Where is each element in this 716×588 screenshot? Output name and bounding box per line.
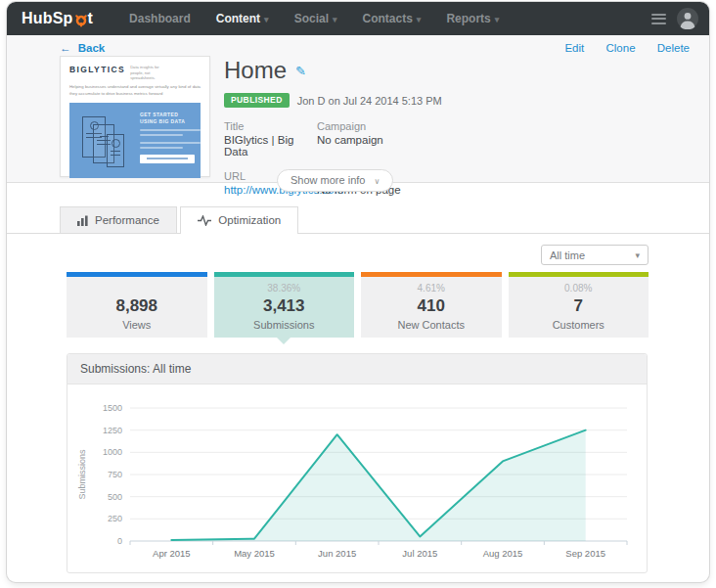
thumbnail-description: Helping businesses understand and averag… (69, 84, 201, 98)
svg-text:1500: 1500 (103, 403, 122, 413)
page-title: Home (224, 57, 287, 84)
app-window: HubSp t Dashboard Content▾ Social▾ Conta… (7, 2, 709, 582)
text-line-decoration (140, 129, 201, 131)
thumbnail-tagline: Data insights for people, not spreadshee… (130, 65, 165, 81)
field-campaign-value: No campaign (317, 134, 442, 146)
screenshot-frame: HubSp t Dashboard Content▾ Social▾ Conta… (0, 0, 716, 588)
metric-card-views[interactable]: 8,898 Views (67, 272, 207, 338)
svg-text:750: 750 (108, 470, 122, 479)
svg-text:250: 250 (108, 514, 122, 523)
thumbnail-brand-logo: BIGLYTICS (69, 65, 125, 74)
edit-button[interactable]: Edit (564, 42, 584, 54)
text-line-decoration (140, 134, 183, 136)
svg-text:0: 0 (117, 536, 122, 546)
metric-card-body: 8,898 Views (67, 277, 207, 338)
time-range-select[interactable]: All time ▾ (541, 245, 649, 265)
metrics-row: 8,898 Views 38.36% 3,413 Submissions (67, 272, 649, 338)
pulse-icon (198, 215, 211, 226)
page-actions: Edit Clone Delete (546, 42, 690, 54)
chevron-down-icon: ▾ (417, 15, 422, 24)
chart-plot-area: 0250500750100012501500Apr 2015May 2015Ju… (67, 384, 647, 572)
metric-card-body: 0.08% 7 Customers (509, 277, 649, 338)
metric-value: 7 (509, 296, 649, 316)
svg-text:Aug 2015: Aug 2015 (483, 548, 523, 559)
back-button[interactable]: ← Back (60, 42, 105, 54)
field-title: Title BIGlytics | Big Data (224, 120, 317, 158)
user-avatar[interactable] (677, 8, 698, 29)
field-campaign-label: Campaign (317, 120, 442, 132)
logo-text-prefix: HubSp (22, 10, 73, 27)
metric-value: 8,898 (67, 296, 207, 316)
nav-menu: Dashboard Content▾ Social▾ Contacts▾ Rep… (116, 2, 512, 36)
chevron-down-icon: ▾ (264, 15, 269, 24)
svg-text:1000: 1000 (103, 447, 122, 457)
back-arrow-icon: ← (60, 42, 71, 54)
page-thumbnail[interactable]: BIGLYTICS Data insights for people, not … (60, 56, 210, 177)
metric-card-body: 38.36% 3,413 Submissions (214, 277, 355, 338)
metric-label: Submissions (214, 319, 355, 331)
nav-item-content[interactable]: Content▾ (203, 2, 282, 36)
delete-button[interactable]: Delete (657, 42, 690, 54)
thumbnail-brand-row: BIGLYTICS Data insights for people, not … (69, 65, 201, 81)
metric-percent: 0.08% (509, 283, 649, 295)
top-navigation: HubSp t Dashboard Content▾ Social▾ Conta… (7, 2, 709, 35)
show-more-info-button[interactable]: Show more info ∨ (277, 169, 393, 192)
chart-title: Submissions: All time (67, 354, 647, 384)
metric-label: New Contacts (361, 319, 502, 331)
menu-icon[interactable] (649, 7, 668, 30)
metric-card-customers[interactable]: 0.08% 7 Customers (509, 272, 649, 338)
metric-value: 410 (361, 296, 502, 316)
tab-performance[interactable]: Performance (60, 206, 177, 234)
metric-card-pointer (276, 337, 291, 344)
time-range-value: All time (550, 249, 585, 261)
nav-item-dashboard[interactable]: Dashboard (116, 2, 203, 36)
logo-text-suffix: t (88, 10, 94, 27)
chevron-down-icon: ▾ (333, 15, 337, 24)
svg-text:Jun 2015: Jun 2015 (318, 548, 356, 559)
svg-text:Jul 2015: Jul 2015 (402, 548, 437, 559)
clone-button[interactable]: Clone (605, 42, 635, 54)
thumbnail-hero-panel: GET STARTED USING BIG DATA (69, 103, 201, 178)
thumbnail-cta-button (140, 155, 195, 163)
tab-bar: Performance Optimization (7, 206, 709, 234)
metric-percent (67, 283, 207, 295)
chevron-down-icon: ∨ (375, 177, 380, 186)
svg-text:May 2015: May 2015 (234, 548, 275, 559)
svg-text:Apr 2015: Apr 2015 (153, 548, 191, 559)
page-header: ← Back Edit Clone Delete BIGLYTICS Data … (7, 35, 709, 183)
text-line-decoration (140, 147, 183, 149)
nav-item-social[interactable]: Social▾ (282, 2, 350, 36)
metric-label: Customers (509, 319, 649, 331)
svg-text:500: 500 (108, 492, 122, 502)
metric-percent: 4.61% (361, 283, 502, 295)
field-title-value: BIGlytics | Big Data (224, 134, 317, 158)
tab-optimization[interactable]: Optimization (180, 206, 298, 234)
filter-row: All time ▾ (67, 245, 649, 265)
nav-item-reports[interactable]: Reports▾ (433, 2, 512, 36)
published-date: Jon D on Jul 24 2014 5:13 PM (297, 95, 442, 107)
metric-label: Views (67, 319, 207, 331)
chevron-down-icon: ▾ (635, 250, 640, 260)
submissions-chart-card: Submissions: All time 025050075010001250… (67, 353, 648, 573)
main-content: Performance Optimization All time ▾ (7, 206, 709, 573)
thumbnail-hero-text: GET STARTED USING BIG DATA (140, 112, 201, 163)
hubspot-sprocket-icon (74, 13, 88, 27)
submissions-chart-svg: 0250500750100012501500Apr 2015May 2015Ju… (73, 394, 638, 566)
hubspot-logo[interactable]: HubSp t (22, 10, 93, 27)
nav-item-contacts[interactable]: Contacts▾ (350, 2, 434, 36)
bar-chart-icon (77, 215, 88, 226)
report-card-illustration (107, 134, 124, 167)
metric-card-new-contacts[interactable]: 4.61% 410 New Contacts (361, 272, 502, 338)
nav-right-controls (649, 7, 698, 30)
metric-value: 3,413 (214, 296, 355, 316)
svg-text:Sep 2015: Sep 2015 (565, 548, 605, 559)
metric-card-body: 4.61% 410 New Contacts (361, 277, 502, 338)
metric-card-submissions[interactable]: 38.36% 3,413 Submissions (214, 272, 355, 338)
field-campaign: Campaign No campaign (317, 120, 442, 158)
svg-text:1250: 1250 (103, 426, 122, 435)
svg-text:Submissions: Submissions (77, 449, 87, 500)
published-status-badge: PUBLISHED (224, 93, 290, 108)
edit-title-pencil-icon[interactable]: ✎ (295, 64, 306, 78)
chevron-down-icon: ▾ (495, 15, 500, 24)
thumbnail-cta-heading: GET STARTED USING BIG DATA (140, 112, 187, 126)
